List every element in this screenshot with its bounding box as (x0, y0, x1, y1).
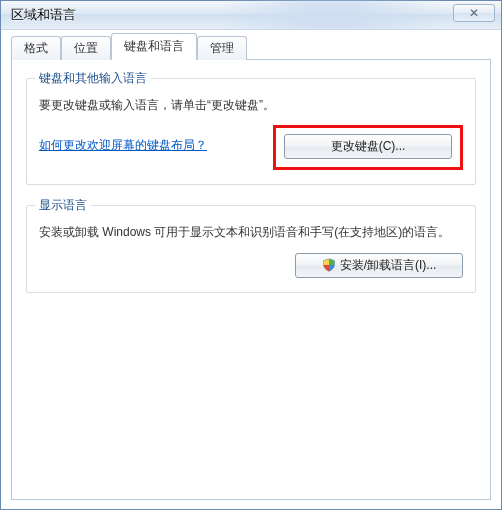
shield-icon (322, 258, 336, 272)
group-keyboard-legend: 键盘和其他输入语言 (35, 70, 151, 87)
close-icon: ✕ (469, 6, 479, 20)
change-keyboard-button[interactable]: 更改键盘(C)... (284, 134, 452, 159)
tab-keyboard-language[interactable]: 键盘和语言 (111, 33, 197, 60)
group-keyboard-input: 键盘和其他输入语言 要更改键盘或输入语言，请单击“更改键盘”。 更改键盘(C).… (26, 78, 476, 185)
group-keyboard-desc: 要更改键盘或输入语言，请单击“更改键盘”。 (39, 95, 463, 115)
close-button[interactable]: ✕ (453, 4, 495, 22)
display-button-row: 安装/卸载语言(I)... (39, 253, 463, 278)
highlight-box: 更改键盘(C)... (273, 125, 463, 170)
tabstrip: 格式 位置 键盘和语言 管理 (11, 36, 491, 60)
tab-location[interactable]: 位置 (61, 36, 111, 60)
titlebar[interactable]: 区域和语言 ✕ (1, 1, 501, 30)
tabpage-keyboard-language: 键盘和其他输入语言 要更改键盘或输入语言，请单击“更改键盘”。 更改键盘(C).… (11, 60, 491, 500)
tab-format[interactable]: 格式 (11, 36, 61, 60)
group-display-language: 显示语言 安装或卸载 Windows 可用于显示文本和识别语音和手写(在支持地区… (26, 205, 476, 292)
titlebar-glass-blur (221, 1, 441, 29)
client-area: 格式 位置 键盘和语言 管理 键盘和其他输入语言 要更改键盘或输入语言，请单击“… (1, 30, 501, 509)
group-display-desc: 安装或卸载 Windows 可用于显示文本和识别语音和手写(在支持地区)的语言。 (39, 222, 463, 242)
group-display-legend: 显示语言 (35, 197, 91, 214)
window-title: 区域和语言 (1, 6, 76, 24)
dialog-window: 区域和语言 ✕ 格式 位置 键盘和语言 管理 键盘和其他输入语言 要更改键盘或输… (0, 0, 502, 510)
tab-admin[interactable]: 管理 (197, 36, 247, 60)
install-uninstall-language-button[interactable]: 安装/卸载语言(I)... (295, 253, 463, 278)
welcome-screen-layout-link[interactable]: 如何更改欢迎屏幕的键盘布局？ (39, 137, 207, 154)
